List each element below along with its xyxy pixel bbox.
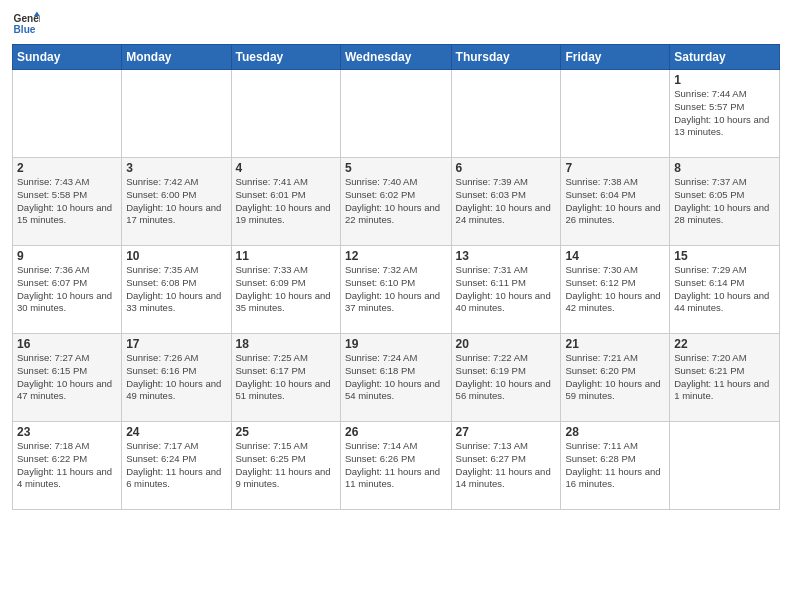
day-info: Sunrise: 7:20 AM Sunset: 6:21 PM Dayligh… bbox=[674, 352, 775, 403]
day-number: 13 bbox=[456, 249, 557, 263]
day-number: 2 bbox=[17, 161, 117, 175]
day-number: 3 bbox=[126, 161, 226, 175]
day-info: Sunrise: 7:40 AM Sunset: 6:02 PM Dayligh… bbox=[345, 176, 447, 227]
calendar-day-cell: 9Sunrise: 7:36 AM Sunset: 6:07 PM Daylig… bbox=[13, 246, 122, 334]
calendar-day-cell: 5Sunrise: 7:40 AM Sunset: 6:02 PM Daylig… bbox=[340, 158, 451, 246]
day-info: Sunrise: 7:30 AM Sunset: 6:12 PM Dayligh… bbox=[565, 264, 665, 315]
weekday-header: Saturday bbox=[670, 45, 780, 70]
weekday-header: Sunday bbox=[13, 45, 122, 70]
day-info: Sunrise: 7:37 AM Sunset: 6:05 PM Dayligh… bbox=[674, 176, 775, 227]
calendar-day-cell: 14Sunrise: 7:30 AM Sunset: 6:12 PM Dayli… bbox=[561, 246, 670, 334]
calendar-day-cell: 16Sunrise: 7:27 AM Sunset: 6:15 PM Dayli… bbox=[13, 334, 122, 422]
day-number: 19 bbox=[345, 337, 447, 351]
calendar-week-row: 2Sunrise: 7:43 AM Sunset: 5:58 PM Daylig… bbox=[13, 158, 780, 246]
day-info: Sunrise: 7:42 AM Sunset: 6:00 PM Dayligh… bbox=[126, 176, 226, 227]
day-number: 1 bbox=[674, 73, 775, 87]
day-number: 20 bbox=[456, 337, 557, 351]
day-number: 28 bbox=[565, 425, 665, 439]
calendar-header-row: SundayMondayTuesdayWednesdayThursdayFrid… bbox=[13, 45, 780, 70]
calendar-day-cell bbox=[340, 70, 451, 158]
calendar-day-cell: 1Sunrise: 7:44 AM Sunset: 5:57 PM Daylig… bbox=[670, 70, 780, 158]
calendar-day-cell: 6Sunrise: 7:39 AM Sunset: 6:03 PM Daylig… bbox=[451, 158, 561, 246]
day-info: Sunrise: 7:17 AM Sunset: 6:24 PM Dayligh… bbox=[126, 440, 226, 491]
calendar-day-cell: 10Sunrise: 7:35 AM Sunset: 6:08 PM Dayli… bbox=[122, 246, 231, 334]
calendar-day-cell bbox=[561, 70, 670, 158]
day-info: Sunrise: 7:33 AM Sunset: 6:09 PM Dayligh… bbox=[236, 264, 336, 315]
day-number: 11 bbox=[236, 249, 336, 263]
day-info: Sunrise: 7:14 AM Sunset: 6:26 PM Dayligh… bbox=[345, 440, 447, 491]
day-info: Sunrise: 7:13 AM Sunset: 6:27 PM Dayligh… bbox=[456, 440, 557, 491]
calendar-day-cell: 17Sunrise: 7:26 AM Sunset: 6:16 PM Dayli… bbox=[122, 334, 231, 422]
day-info: Sunrise: 7:43 AM Sunset: 5:58 PM Dayligh… bbox=[17, 176, 117, 227]
calendar-day-cell bbox=[13, 70, 122, 158]
calendar-day-cell: 24Sunrise: 7:17 AM Sunset: 6:24 PM Dayli… bbox=[122, 422, 231, 510]
day-info: Sunrise: 7:29 AM Sunset: 6:14 PM Dayligh… bbox=[674, 264, 775, 315]
calendar-day-cell: 20Sunrise: 7:22 AM Sunset: 6:19 PM Dayli… bbox=[451, 334, 561, 422]
weekday-header: Wednesday bbox=[340, 45, 451, 70]
day-number: 24 bbox=[126, 425, 226, 439]
day-number: 7 bbox=[565, 161, 665, 175]
calendar-day-cell: 2Sunrise: 7:43 AM Sunset: 5:58 PM Daylig… bbox=[13, 158, 122, 246]
day-number: 8 bbox=[674, 161, 775, 175]
calendar-day-cell bbox=[231, 70, 340, 158]
calendar-day-cell bbox=[670, 422, 780, 510]
day-number: 6 bbox=[456, 161, 557, 175]
day-number: 25 bbox=[236, 425, 336, 439]
calendar-day-cell: 7Sunrise: 7:38 AM Sunset: 6:04 PM Daylig… bbox=[561, 158, 670, 246]
calendar-day-cell: 4Sunrise: 7:41 AM Sunset: 6:01 PM Daylig… bbox=[231, 158, 340, 246]
weekday-header: Friday bbox=[561, 45, 670, 70]
calendar-day-cell: 12Sunrise: 7:32 AM Sunset: 6:10 PM Dayli… bbox=[340, 246, 451, 334]
svg-text:Blue: Blue bbox=[14, 24, 36, 35]
day-number: 27 bbox=[456, 425, 557, 439]
calendar-day-cell: 21Sunrise: 7:21 AM Sunset: 6:20 PM Dayli… bbox=[561, 334, 670, 422]
calendar-week-row: 16Sunrise: 7:27 AM Sunset: 6:15 PM Dayli… bbox=[13, 334, 780, 422]
day-number: 23 bbox=[17, 425, 117, 439]
day-number: 10 bbox=[126, 249, 226, 263]
day-number: 18 bbox=[236, 337, 336, 351]
calendar-day-cell: 18Sunrise: 7:25 AM Sunset: 6:17 PM Dayli… bbox=[231, 334, 340, 422]
day-number: 21 bbox=[565, 337, 665, 351]
day-info: Sunrise: 7:18 AM Sunset: 6:22 PM Dayligh… bbox=[17, 440, 117, 491]
day-info: Sunrise: 7:24 AM Sunset: 6:18 PM Dayligh… bbox=[345, 352, 447, 403]
calendar-day-cell: 28Sunrise: 7:11 AM Sunset: 6:28 PM Dayli… bbox=[561, 422, 670, 510]
day-info: Sunrise: 7:32 AM Sunset: 6:10 PM Dayligh… bbox=[345, 264, 447, 315]
calendar-day-cell: 19Sunrise: 7:24 AM Sunset: 6:18 PM Dayli… bbox=[340, 334, 451, 422]
calendar-week-row: 9Sunrise: 7:36 AM Sunset: 6:07 PM Daylig… bbox=[13, 246, 780, 334]
calendar-day-cell: 22Sunrise: 7:20 AM Sunset: 6:21 PM Dayli… bbox=[670, 334, 780, 422]
weekday-header: Tuesday bbox=[231, 45, 340, 70]
calendar-day-cell: 26Sunrise: 7:14 AM Sunset: 6:26 PM Dayli… bbox=[340, 422, 451, 510]
calendar-day-cell bbox=[122, 70, 231, 158]
day-info: Sunrise: 7:26 AM Sunset: 6:16 PM Dayligh… bbox=[126, 352, 226, 403]
day-info: Sunrise: 7:39 AM Sunset: 6:03 PM Dayligh… bbox=[456, 176, 557, 227]
day-number: 16 bbox=[17, 337, 117, 351]
day-number: 15 bbox=[674, 249, 775, 263]
weekday-header: Thursday bbox=[451, 45, 561, 70]
calendar-day-cell: 13Sunrise: 7:31 AM Sunset: 6:11 PM Dayli… bbox=[451, 246, 561, 334]
day-info: Sunrise: 7:44 AM Sunset: 5:57 PM Dayligh… bbox=[674, 88, 775, 139]
day-number: 5 bbox=[345, 161, 447, 175]
calendar-day-cell: 25Sunrise: 7:15 AM Sunset: 6:25 PM Dayli… bbox=[231, 422, 340, 510]
day-info: Sunrise: 7:35 AM Sunset: 6:08 PM Dayligh… bbox=[126, 264, 226, 315]
day-info: Sunrise: 7:22 AM Sunset: 6:19 PM Dayligh… bbox=[456, 352, 557, 403]
day-number: 26 bbox=[345, 425, 447, 439]
calendar-day-cell: 15Sunrise: 7:29 AM Sunset: 6:14 PM Dayli… bbox=[670, 246, 780, 334]
day-number: 4 bbox=[236, 161, 336, 175]
header: General Blue bbox=[12, 10, 780, 38]
day-number: 12 bbox=[345, 249, 447, 263]
day-info: Sunrise: 7:11 AM Sunset: 6:28 PM Dayligh… bbox=[565, 440, 665, 491]
day-number: 22 bbox=[674, 337, 775, 351]
logo: General Blue bbox=[12, 10, 42, 38]
day-info: Sunrise: 7:36 AM Sunset: 6:07 PM Dayligh… bbox=[17, 264, 117, 315]
day-number: 9 bbox=[17, 249, 117, 263]
day-info: Sunrise: 7:41 AM Sunset: 6:01 PM Dayligh… bbox=[236, 176, 336, 227]
calendar-day-cell: 8Sunrise: 7:37 AM Sunset: 6:05 PM Daylig… bbox=[670, 158, 780, 246]
day-info: Sunrise: 7:21 AM Sunset: 6:20 PM Dayligh… bbox=[565, 352, 665, 403]
day-number: 14 bbox=[565, 249, 665, 263]
day-info: Sunrise: 7:25 AM Sunset: 6:17 PM Dayligh… bbox=[236, 352, 336, 403]
calendar-week-row: 23Sunrise: 7:18 AM Sunset: 6:22 PM Dayli… bbox=[13, 422, 780, 510]
calendar-day-cell: 23Sunrise: 7:18 AM Sunset: 6:22 PM Dayli… bbox=[13, 422, 122, 510]
page-container: General Blue SundayMondayTuesdayWednesda… bbox=[0, 0, 792, 518]
calendar-day-cell: 3Sunrise: 7:42 AM Sunset: 6:00 PM Daylig… bbox=[122, 158, 231, 246]
day-number: 17 bbox=[126, 337, 226, 351]
calendar-day-cell: 27Sunrise: 7:13 AM Sunset: 6:27 PM Dayli… bbox=[451, 422, 561, 510]
